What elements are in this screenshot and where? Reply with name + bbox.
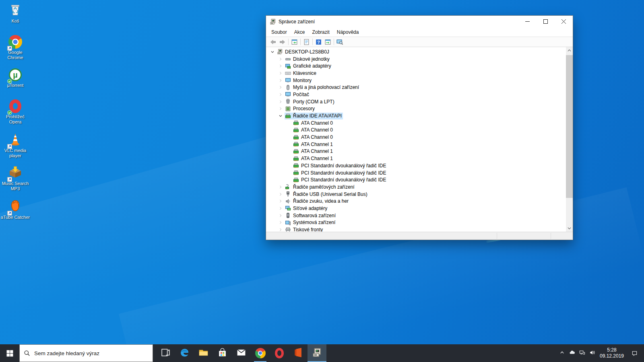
tree-item-inner[interactable]: Procesory (285, 105, 316, 112)
taskbar-device-manager-button[interactable] (308, 344, 326, 362)
tree-item-inner[interactable]: PCI Standardní dvoukanálový řadič IDE (293, 169, 387, 176)
taskbar-task-view-button[interactable] (156, 344, 175, 362)
onedrive-button[interactable] (567, 344, 577, 362)
selected-tree-item[interactable]: Řadiče IDE ATA/ATAPI (285, 113, 343, 119)
start-button[interactable] (0, 344, 19, 362)
chevron-right-icon[interactable] (277, 219, 284, 226)
chevron-right-icon[interactable] (277, 105, 284, 112)
tree-item-ata-channel-0[interactable]: ATA Channel 0 (266, 127, 566, 134)
tree-item-adi-e-zvuku-videa-a-her[interactable]: Řadiče zvuku, videa a her (266, 197, 566, 205)
toolbar-back-icon[interactable] (268, 37, 278, 46)
tree-item-kl-vesnice[interactable]: Klávesnice (266, 70, 566, 77)
tree-item-adi-e-pam-ov-ch-za-zen[interactable]: Řadiče paměťových zařízení (266, 183, 566, 191)
toolbar-console-tree-icon[interactable] (290, 37, 299, 46)
tree-item-tiskov-fronty[interactable]: Tiskové fronty (266, 226, 566, 232)
chevron-right-icon[interactable] (277, 198, 284, 204)
desktop-icon-utorrent[interactable]: µµTorrent (0, 68, 31, 88)
titlebar[interactable]: Správce zařízení (266, 16, 573, 27)
tree-item-inner[interactable]: Klávesnice (285, 70, 318, 76)
menu-zobrazit[interactable]: Zobrazit (308, 28, 333, 36)
tree-item-inner[interactable]: Síťové adaptéry (285, 205, 328, 212)
tree-item-diskov-jednotky[interactable]: Diskové jednotky (266, 56, 566, 63)
tree-item-inner[interactable]: DESKTOP-L2S8B0J (277, 48, 330, 55)
vertical-scrollbar[interactable] (566, 47, 573, 232)
toolbar-action-pane-icon[interactable] (323, 37, 332, 46)
tree-item-inner[interactable]: ATA Channel 0 (293, 127, 334, 134)
scrollbar-thumb[interactable] (566, 55, 573, 198)
tree-item-my-i-a-jin-polohovac-za-zen[interactable]: Myši a jiná polohovací zařízení (266, 84, 566, 91)
close-button[interactable] (555, 16, 573, 27)
tree-item-po-ta[interactable]: Počítač (266, 91, 566, 98)
volume-button[interactable] (587, 344, 597, 362)
tree-item-s-ov-adapt-ry[interactable]: Síťové adaptéry (266, 205, 566, 212)
desktop-icon-music-search-mp3[interactable]: Music Search MP3 (0, 166, 31, 191)
chevron-down-icon[interactable] (269, 49, 276, 55)
chevron-right-icon[interactable] (277, 191, 284, 197)
taskbar-chrome-button[interactable] (251, 344, 270, 362)
taskbar-file-explorer-button[interactable] (194, 344, 213, 362)
menu-n-pov-da[interactable]: Nápověda (333, 28, 363, 36)
toolbar-forward-icon[interactable] (278, 37, 287, 46)
tree-item-inner[interactable]: Systémová zařízení (285, 219, 336, 226)
tree-item-pci-standardn-dvoukan-lov-adi-ide[interactable]: PCI Standardní dvoukanálový řadič IDE (266, 169, 566, 177)
scroll-down-arrow[interactable] (566, 225, 573, 232)
tree-item-desktop-l2s8b0j[interactable]: DESKTOP-L2S8B0J (266, 48, 566, 56)
chevron-right-icon[interactable] (277, 226, 284, 232)
taskbar-edge-button[interactable] (175, 344, 194, 362)
chevron-up-button[interactable] (557, 344, 567, 362)
tree-item-inner[interactable]: Myši a jiná polohovací zařízení (285, 84, 360, 91)
chevron-right-icon[interactable] (277, 184, 284, 190)
chevron-right-icon[interactable] (277, 56, 284, 62)
scroll-up-arrow[interactable] (566, 47, 573, 54)
tree-item-inner[interactable]: Porty (COM a LPT) (285, 98, 336, 105)
tree-item-inner[interactable]: Grafické adaptéry (285, 63, 332, 70)
tree-item-inner[interactable]: Řadiče zvuku, videa a her (285, 198, 350, 205)
desktop-icon-opera[interactable]: Prohlížeč Opera (0, 99, 31, 125)
search-input[interactable] (34, 350, 149, 356)
tree-item-ata-channel-1[interactable]: ATA Channel 1 (266, 155, 566, 162)
chevron-right-icon[interactable] (277, 91, 284, 98)
tree-item-inner[interactable]: ATA Channel 0 (293, 134, 334, 141)
tree-item-inner[interactable]: ATA Channel 1 (293, 155, 334, 162)
taskbar-office-button[interactable] (289, 344, 308, 362)
tree-item-adi-e-usb-universal-serial-bus[interactable]: Řadiče USB (Universal Serial Bus) (266, 191, 566, 198)
tree-item-inner[interactable]: Monitory (285, 77, 313, 84)
toolbar-help-icon[interactable]: ? (314, 37, 323, 46)
menu-akce[interactable]: Akce (291, 28, 309, 36)
tree-item-inner[interactable]: Softwarová zařízení (285, 212, 337, 219)
tree-item-syst-mov-za-zen[interactable]: Systémová zařízení (266, 219, 566, 226)
taskbar-store-button[interactable] (213, 344, 232, 362)
tree-item-ata-channel-1[interactable]: ATA Channel 1 (266, 141, 566, 148)
tree-item-inner[interactable]: ATA Channel 0 (293, 119, 334, 126)
tree-item-grafick-adapt-ry[interactable]: Grafické adaptéry (266, 62, 566, 70)
desktop-icon-recycle-bin[interactable]: Koš (0, 3, 31, 24)
tree-item-porty-com-a-lpt[interactable]: Porty (COM a LPT) (266, 98, 566, 105)
tree-item-ata-channel-1[interactable]: ATA Channel 1 (266, 148, 566, 155)
network-tray-button[interactable] (577, 344, 587, 362)
action-center-button[interactable] (626, 344, 642, 362)
tree-item-inner[interactable]: PCI Standardní dvoukanálový řadič IDE (293, 177, 387, 183)
tree-item-adi-e-ide-ata-atapi[interactable]: Řadiče IDE ATA/ATAPI (266, 112, 566, 119)
toolbar-scan-hardware-icon[interactable] (335, 37, 345, 46)
maximize-button[interactable] (537, 16, 555, 27)
taskbar-mail-button[interactable] (232, 344, 251, 362)
minimize-button[interactable] (518, 16, 537, 27)
taskbar-search[interactable] (19, 344, 153, 362)
chevron-right-icon[interactable] (277, 212, 284, 219)
chevron-right-icon[interactable] (277, 63, 284, 69)
chevron-right-icon[interactable] (277, 70, 284, 76)
chevron-right-icon[interactable] (277, 77, 284, 84)
tree-item-inner[interactable]: Počítač (285, 91, 310, 98)
tree-item-inner[interactable]: Diskové jednotky (285, 56, 331, 62)
tree-item-inner[interactable]: Tiskové fronty (285, 226, 324, 232)
tree-item-inner[interactable]: Řadiče paměťových zařízení (285, 183, 356, 190)
toolbar-properties-icon[interactable] (302, 37, 311, 46)
chevron-right-icon[interactable] (277, 205, 284, 212)
desktop-icon-atube-catcher[interactable]: aTube Catcher (0, 200, 31, 220)
tree-item-ata-channel-0[interactable]: ATA Channel 0 (266, 119, 566, 127)
taskbar-clock[interactable]: 5:28 09.12.2019 (597, 344, 626, 362)
menu-soubor[interactable]: Soubor (268, 28, 291, 36)
tree-item-pci-standardn-dvoukan-lov-adi-ide[interactable]: PCI Standardní dvoukanálový řadič IDE (266, 162, 566, 169)
desktop-icon-vlc-media-player[interactable]: VLC media player (0, 133, 31, 158)
tree-item-monitory[interactable]: Monitory (266, 77, 566, 84)
